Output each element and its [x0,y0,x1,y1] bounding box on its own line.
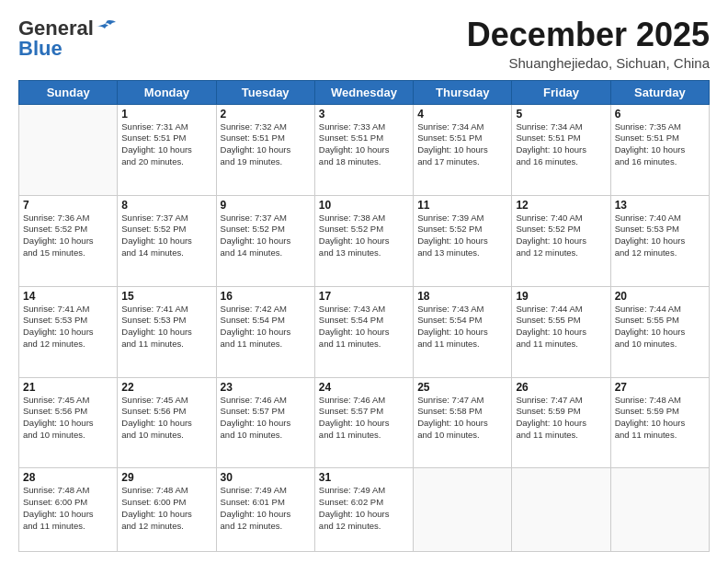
day-number: 21 [23,381,113,394]
calendar-day-cell: 7Sunrise: 7:36 AM Sunset: 5:52 PM Daylig… [19,195,118,286]
day-number: 23 [221,381,311,394]
calendar-day-cell [414,468,512,552]
day-info: Sunrise: 7:47 AM Sunset: 5:58 PM Dayligh… [417,395,507,442]
day-of-week-header: Saturday [610,80,709,104]
calendar-day-cell: 18Sunrise: 7:43 AM Sunset: 5:54 PM Dayli… [414,286,512,377]
day-info: Sunrise: 7:33 AM Sunset: 5:51 PM Dayligh… [319,121,409,168]
calendar-day-cell: 30Sunrise: 7:49 AM Sunset: 6:01 PM Dayli… [216,468,314,552]
calendar-header-row: SundayMondayTuesdayWednesdayThursdayFrid… [19,80,710,104]
day-info: Sunrise: 7:48 AM Sunset: 6:00 PM Dayligh… [121,485,211,532]
calendar-day-cell: 14Sunrise: 7:41 AM Sunset: 5:53 PM Dayli… [19,286,118,377]
day-number: 11 [417,199,507,212]
calendar-day-cell: 21Sunrise: 7:45 AM Sunset: 5:56 PM Dayli… [19,377,118,468]
day-info: Sunrise: 7:46 AM Sunset: 5:57 PM Dayligh… [319,395,409,442]
month-title: December 2025 [467,17,710,53]
day-info: Sunrise: 7:31 AM Sunset: 5:51 PM Dayligh… [121,121,211,168]
day-number: 18 [417,290,507,303]
title-section: December 2025 Shuanghejiedao, Sichuan, C… [467,17,710,71]
day-of-week-header: Wednesday [314,80,413,104]
day-info: Sunrise: 7:36 AM Sunset: 5:52 PM Dayligh… [23,213,113,259]
calendar-day-cell: 31Sunrise: 7:49 AM Sunset: 6:02 PM Dayli… [314,468,413,552]
day-info: Sunrise: 7:37 AM Sunset: 5:52 PM Dayligh… [121,213,211,259]
day-number: 30 [221,471,311,484]
day-number: 12 [516,199,606,212]
day-number: 9 [221,199,311,212]
calendar-day-cell: 9Sunrise: 7:37 AM Sunset: 5:52 PM Daylig… [216,195,314,286]
day-number: 19 [516,290,606,303]
day-info: Sunrise: 7:48 AM Sunset: 6:00 PM Dayligh… [23,485,113,532]
day-number: 8 [121,199,211,212]
calendar-day-cell: 26Sunrise: 7:47 AM Sunset: 5:59 PM Dayli… [512,377,610,468]
day-info: Sunrise: 7:34 AM Sunset: 5:51 PM Dayligh… [417,121,507,168]
day-number: 13 [615,199,705,212]
day-number: 15 [121,290,211,303]
day-number: 7 [23,199,113,212]
day-number: 14 [23,290,113,303]
day-number: 31 [319,471,409,484]
day-info: Sunrise: 7:47 AM Sunset: 5:59 PM Dayligh… [516,395,606,442]
day-info: Sunrise: 7:42 AM Sunset: 5:54 PM Dayligh… [221,304,311,350]
day-number: 28 [23,471,113,484]
calendar-day-cell: 25Sunrise: 7:47 AM Sunset: 5:58 PM Dayli… [414,377,512,468]
calendar-day-cell [512,468,610,552]
calendar-day-cell: 1Sunrise: 7:31 AM Sunset: 5:51 PM Daylig… [118,104,216,195]
calendar-day-cell: 10Sunrise: 7:38 AM Sunset: 5:52 PM Dayli… [314,195,413,286]
day-number: 6 [615,108,705,121]
calendar-day-cell: 4Sunrise: 7:34 AM Sunset: 5:51 PM Daylig… [414,104,512,195]
calendar-day-cell: 17Sunrise: 7:43 AM Sunset: 5:54 PM Dayli… [314,286,413,377]
day-number: 24 [319,381,409,394]
calendar-day-cell [19,104,118,195]
day-number: 16 [221,290,311,303]
calendar-day-cell: 24Sunrise: 7:46 AM Sunset: 5:57 PM Dayli… [314,377,413,468]
calendar-day-cell: 6Sunrise: 7:35 AM Sunset: 5:51 PM Daylig… [610,104,709,195]
day-of-week-header: Thursday [414,80,512,104]
day-number: 10 [319,199,409,212]
logo-blue: Blue [18,37,63,61]
calendar-day-cell: 22Sunrise: 7:45 AM Sunset: 5:56 PM Dayli… [118,377,216,468]
day-info: Sunrise: 7:46 AM Sunset: 5:57 PM Dayligh… [221,395,311,442]
day-info: Sunrise: 7:45 AM Sunset: 5:56 PM Dayligh… [23,395,113,442]
day-number: 29 [121,471,211,484]
day-info: Sunrise: 7:37 AM Sunset: 5:52 PM Dayligh… [221,213,311,259]
day-info: Sunrise: 7:49 AM Sunset: 6:01 PM Dayligh… [221,485,311,532]
day-info: Sunrise: 7:34 AM Sunset: 5:51 PM Dayligh… [516,121,606,168]
calendar-day-cell: 23Sunrise: 7:46 AM Sunset: 5:57 PM Dayli… [216,377,314,468]
day-number: 5 [516,108,606,121]
day-number: 27 [615,381,705,394]
logo-bird-icon [96,19,116,34]
calendar-day-cell: 13Sunrise: 7:40 AM Sunset: 5:53 PM Dayli… [610,195,709,286]
header: General Blue December 2025 Shuanghejieda… [18,17,710,71]
day-info: Sunrise: 7:35 AM Sunset: 5:51 PM Dayligh… [615,121,705,168]
calendar-week-row: 14Sunrise: 7:41 AM Sunset: 5:53 PM Dayli… [19,286,710,377]
calendar-week-row: 1Sunrise: 7:31 AM Sunset: 5:51 PM Daylig… [19,104,710,195]
calendar-day-cell [610,468,709,552]
day-info: Sunrise: 7:45 AM Sunset: 5:56 PM Dayligh… [121,395,211,442]
calendar-week-row: 7Sunrise: 7:36 AM Sunset: 5:52 PM Daylig… [19,195,710,286]
calendar-day-cell: 29Sunrise: 7:48 AM Sunset: 6:00 PM Dayli… [118,468,216,552]
day-number: 17 [319,290,409,303]
calendar-day-cell: 3Sunrise: 7:33 AM Sunset: 5:51 PM Daylig… [314,104,413,195]
day-info: Sunrise: 7:44 AM Sunset: 5:55 PM Dayligh… [516,304,606,350]
day-number: 4 [417,108,507,121]
day-of-week-header: Monday [118,80,216,104]
calendar-day-cell: 16Sunrise: 7:42 AM Sunset: 5:54 PM Dayli… [216,286,314,377]
day-info: Sunrise: 7:39 AM Sunset: 5:52 PM Dayligh… [417,213,507,259]
day-info: Sunrise: 7:32 AM Sunset: 5:51 PM Dayligh… [221,121,311,168]
day-number: 22 [121,381,211,394]
day-number: 25 [417,381,507,394]
calendar-week-row: 28Sunrise: 7:48 AM Sunset: 6:00 PM Dayli… [19,468,710,552]
day-info: Sunrise: 7:40 AM Sunset: 5:53 PM Dayligh… [615,213,705,259]
day-info: Sunrise: 7:43 AM Sunset: 5:54 PM Dayligh… [417,304,507,350]
calendar-day-cell: 19Sunrise: 7:44 AM Sunset: 5:55 PM Dayli… [512,286,610,377]
page: General Blue December 2025 Shuanghejieda… [0,0,728,563]
day-info: Sunrise: 7:48 AM Sunset: 5:59 PM Dayligh… [615,395,705,442]
day-info: Sunrise: 7:41 AM Sunset: 5:53 PM Dayligh… [23,304,113,350]
day-info: Sunrise: 7:49 AM Sunset: 6:02 PM Dayligh… [319,485,409,532]
day-of-week-header: Friday [512,80,610,104]
location-subtitle: Shuanghejiedao, Sichuan, China [467,55,710,71]
day-info: Sunrise: 7:40 AM Sunset: 5:52 PM Dayligh… [516,213,606,259]
day-number: 2 [221,108,311,121]
day-number: 3 [319,108,409,121]
logo: General Blue [18,17,116,61]
calendar-day-cell: 20Sunrise: 7:44 AM Sunset: 5:55 PM Dayli… [610,286,709,377]
